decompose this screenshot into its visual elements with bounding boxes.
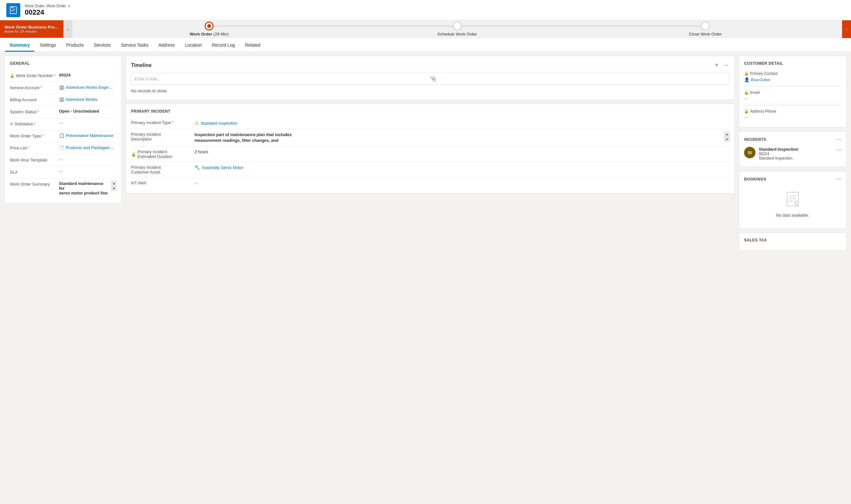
lock-icon-wo: 🔒	[10, 74, 15, 78]
record-number: 00224	[25, 8, 70, 17]
tab-summary[interactable]: Summary	[5, 39, 34, 52]
header-title-area: Work Order: Work Order ∨ 00224	[25, 4, 70, 17]
field-work-hour-template: Work Hour Template ---	[10, 155, 117, 166]
process-step-close[interactable]: Close Work Order	[581, 22, 829, 36]
customer-value-email: ---	[744, 96, 841, 101]
process-nav-left[interactable]: ‹	[64, 20, 72, 38]
field-billing-account: Billing Account 🏢 Adventure Works	[10, 94, 117, 106]
billing-account-icon: 🏢	[59, 97, 65, 102]
field-value-substatus: ---	[59, 121, 117, 126]
process-bar: Work Order Business Pro... Active for 29…	[0, 20, 851, 38]
process-steps: Work Order (29 Min) Schedule Work Order …	[72, 22, 842, 36]
incident-value-asset[interactable]: 🔧 Assembly Servo Motor	[195, 165, 729, 170]
tab-products[interactable]: Products	[61, 39, 88, 52]
field-value-work-order-number: 00224	[59, 73, 117, 77]
timeline-empty-text: No records to show.	[131, 87, 729, 94]
price-list-text: Products and Packaged ...	[66, 145, 114, 150]
process-nav-right[interactable]: ›	[842, 20, 851, 38]
bookings-card: BOOKINGS ··· No data available.	[739, 171, 847, 229]
summary-scroll-down[interactable]: ▼	[111, 186, 117, 191]
incidents-more-button[interactable]: ···	[837, 137, 841, 142]
right-panel: CUSTOMER DETAIL 🔒 Primary Contact 👤 Eva …	[739, 56, 847, 251]
description-scroll-down[interactable]: ▼	[724, 137, 729, 142]
tab-settings[interactable]: Settings	[36, 39, 60, 52]
incidents-title: INCIDENTS	[744, 137, 837, 142]
tab-related[interactable]: Related	[241, 39, 265, 52]
process-title: Work Order Business Pro...	[4, 25, 59, 30]
field-value-service-account[interactable]: 🏢 Adventure Works Engin...	[59, 85, 117, 90]
tab-location[interactable]: Location	[180, 39, 206, 52]
field-value-work-hour-template: ---	[59, 157, 117, 162]
record-prefix: Work Order: Work Order	[25, 4, 66, 8]
incident-item-number: 00224	[759, 151, 834, 156]
step-label-3: Close Work Order	[689, 32, 722, 36]
bookings-more-button[interactable]: ···	[837, 176, 841, 182]
timeline-input-placeholder: Enter a note...	[135, 76, 430, 81]
tab-services[interactable]: Services	[89, 39, 116, 52]
primary-incident-card: PRIMARY INCIDENT Primary Incident Type *…	[126, 104, 735, 194]
summary-scroll-up[interactable]: ▲	[111, 181, 117, 185]
customer-divider-2	[744, 105, 841, 105]
field-system-status: System Status * Open - Unscheduled	[10, 106, 117, 118]
timeline-input-area[interactable]: Enter a note... 📎	[131, 73, 729, 85]
bookings-no-data-text: No data available.	[776, 213, 809, 218]
incident-type-text: Standard Inspection	[200, 121, 237, 126]
customer-value-contact[interactable]: 👤 Eva Colon	[744, 77, 841, 82]
field-value-system-status: Open - Unscheduled	[59, 109, 117, 113]
timeline-card: Timeline + ··· Enter a note... 📎 No reco…	[126, 56, 735, 100]
tab-address[interactable]: Address	[154, 39, 179, 52]
field-label-price-list: Price List *	[10, 145, 59, 150]
field-label-work-order-summary: Work Order Summary	[10, 181, 59, 186]
lock-icon-phone: 🔒	[744, 109, 749, 113]
asset-text: Assembly Servo Motor	[202, 165, 243, 170]
middle-panel: Timeline + ··· Enter a note... 📎 No reco…	[126, 56, 735, 194]
bookings-title: BOOKINGS	[744, 177, 837, 181]
incident-value-type[interactable]: ⚠ Standard Inspection	[195, 120, 729, 126]
customer-label-email: 🔒 Email	[744, 90, 841, 95]
tab-service-tasks[interactable]: Service Tasks	[117, 39, 153, 52]
work-order-type-text: Preventative Maintenance	[66, 133, 113, 138]
incident-card-title: PRIMARY INCIDENT	[131, 109, 729, 113]
field-value-work-order-type[interactable]: 📋 Preventative Maintenance	[59, 133, 117, 138]
general-title: GENERAL	[10, 61, 117, 66]
field-value-sla: ---	[59, 169, 117, 174]
incident-label-iot: IoT Alert	[131, 180, 195, 185]
incident-item-type: Standard Inspection	[759, 156, 834, 161]
customer-field-contact: 🔒 Primary Contact 👤 Eva Colon	[744, 69, 841, 85]
field-label-work-order-type: Work Order Type *	[10, 133, 59, 138]
bookings-header: BOOKINGS ···	[744, 176, 841, 182]
customer-detail-title: CUSTOMER DETAIL	[744, 61, 841, 66]
incident-row-duration: 🔒 Primary IncidentEstimated Duration 2 h…	[131, 146, 729, 162]
header-label: Work Order: Work Order ∨	[25, 4, 70, 8]
description-scroll-up[interactable]: ▲	[724, 132, 729, 137]
no-data-icon	[785, 191, 800, 210]
summary-scroll-buttons: ▲ ▼	[111, 181, 117, 191]
process-step-schedule[interactable]: Schedule Work Order	[333, 22, 581, 36]
incident-label-duration: 🔒 Primary IncidentEstimated Duration	[131, 149, 195, 159]
incident-item-more-button[interactable]: ···	[837, 147, 841, 152]
field-label-sla: SLA	[10, 169, 59, 175]
process-step-work-order[interactable]: Work Order (29 Min)	[85, 22, 333, 36]
timeline-more-button[interactable]: ···	[722, 61, 729, 69]
lock-icon-substatus: ⚙	[10, 122, 13, 126]
contact-icon: 👤	[744, 77, 749, 82]
field-label-billing-account: Billing Account	[10, 97, 59, 102]
lock-icon-contact: 🔒	[744, 71, 749, 76]
field-label-system-status: System Status *	[10, 109, 59, 114]
field-value-billing-account[interactable]: 🏢 Adventure Works	[59, 97, 117, 102]
field-value-price-list[interactable]: 📄 Products and Packaged ...	[59, 145, 117, 150]
customer-divider-1	[744, 86, 841, 87]
step-label-1: Work Order (29 Min)	[190, 32, 229, 36]
incident-value-description: Inspection part of maintenance plan that…	[195, 132, 723, 143]
header-chevron[interactable]: ∨	[68, 4, 70, 8]
step-label-area-2: Schedule Work Order	[438, 32, 477, 36]
process-stage-active[interactable]: Work Order Business Pro... Active for 29…	[0, 20, 64, 38]
timeline-add-button[interactable]: +	[714, 61, 720, 69]
tab-record-log[interactable]: Record Log	[208, 39, 239, 52]
customer-detail-card: CUSTOMER DETAIL 🔒 Primary Contact 👤 Eva …	[739, 56, 847, 127]
incident-item-name: Standard Inspection	[759, 147, 834, 151]
general-card: GENERAL 🔒 Work Order Number * 00224 Serv…	[4, 56, 122, 203]
warning-icon: ⚠	[195, 120, 199, 126]
timeline-header: Timeline + ···	[131, 61, 729, 69]
incident-value-duration: 2 hours	[195, 149, 729, 154]
